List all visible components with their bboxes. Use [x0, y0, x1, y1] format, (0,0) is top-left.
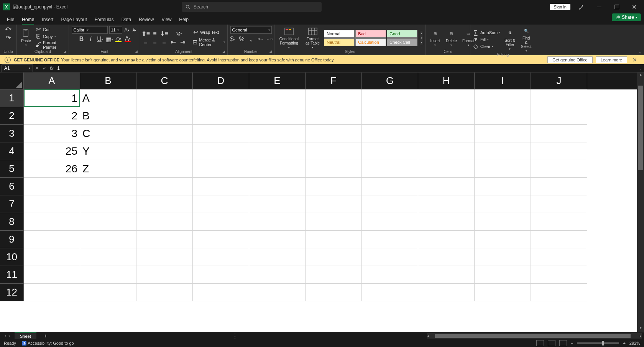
row-header-3[interactable]: 3: [0, 125, 24, 142]
tab-data[interactable]: Data: [122, 17, 131, 25]
cell-E10[interactable]: [249, 248, 306, 266]
cell-D3[interactable]: [193, 125, 249, 142]
cell-B8[interactable]: [80, 213, 136, 231]
cell-H6[interactable]: [418, 178, 475, 195]
number-launcher[interactable]: ◢: [269, 50, 273, 54]
cell-F4[interactable]: [306, 142, 362, 160]
row-header-2[interactable]: 2: [0, 107, 24, 125]
cell-I8[interactable]: [475, 213, 531, 231]
cell-A6[interactable]: [24, 178, 80, 195]
row-header-1[interactable]: 1: [0, 89, 24, 107]
cell-H10[interactable]: [418, 248, 475, 266]
cell-I9[interactable]: [475, 231, 531, 248]
styles-scroll[interactable]: ▴▾▾: [420, 31, 423, 45]
cell-B1[interactable]: A: [80, 89, 136, 107]
merge-button[interactable]: ⊟Merge & Center▾: [192, 38, 225, 47]
cell-G3[interactable]: [362, 125, 418, 142]
cancel-formula-icon[interactable]: ✕: [33, 65, 41, 71]
conditional-formatting-button[interactable]: Conditional Formatting▾: [277, 27, 301, 49]
cell-D4[interactable]: [193, 142, 249, 160]
column-header-C[interactable]: C: [136, 73, 193, 89]
underline-icon[interactable]: U▾: [97, 36, 103, 42]
column-header-D[interactable]: D: [193, 73, 249, 89]
view-normal-icon[interactable]: [536, 340, 544, 346]
cell-D1[interactable]: [193, 89, 249, 107]
cell-styles-gallery[interactable]: Normal Bad Good Neutral Calculation Chec…: [324, 30, 417, 46]
cell-F10[interactable]: [306, 248, 362, 266]
cell-C10[interactable]: [136, 248, 193, 266]
cell-H8[interactable]: [418, 213, 475, 231]
row-header-12[interactable]: 12: [0, 284, 24, 301]
row-header-4[interactable]: 4: [0, 142, 24, 160]
cell-H12[interactable]: [418, 284, 475, 301]
copy-button[interactable]: ⎘Copy▾: [35, 33, 66, 40]
cell-F6[interactable]: [306, 178, 362, 195]
cell-D12[interactable]: [193, 284, 249, 301]
formula-input[interactable]: 1: [55, 64, 637, 72]
fill-color-icon[interactable]: ◇▾: [115, 36, 122, 42]
row-header-11[interactable]: 11: [0, 266, 24, 284]
cell-I4[interactable]: [475, 142, 531, 160]
cell-J4[interactable]: [531, 142, 587, 160]
cell-D11[interactable]: [193, 266, 249, 284]
column-header-A[interactable]: A: [24, 73, 80, 89]
column-header-E[interactable]: E: [249, 73, 306, 89]
paste-button[interactable]: Paste▾: [19, 29, 33, 47]
cell-J10[interactable]: [531, 248, 587, 266]
cell-J8[interactable]: [531, 213, 587, 231]
cell-C2[interactable]: [136, 107, 193, 125]
cell-C11[interactable]: [136, 266, 193, 284]
cell-C6[interactable]: [136, 178, 193, 195]
column-header-I[interactable]: I: [475, 73, 531, 89]
name-box[interactable]: A1▾: [2, 64, 33, 72]
cell-F5[interactable]: [306, 160, 362, 178]
cell-F12[interactable]: [306, 284, 362, 301]
sort-filter-button[interactable]: ⇅Sort & Filter▾: [503, 28, 517, 51]
cell-G7[interactable]: [362, 195, 418, 213]
cell-J7[interactable]: [531, 195, 587, 213]
sheet-tab[interactable]: Sheet: [15, 332, 36, 339]
insert-cells-button[interactable]: ⊞Insert▾: [428, 29, 442, 47]
increase-font-icon[interactable]: A▴: [124, 27, 130, 33]
cell-I6[interactable]: [475, 178, 531, 195]
vscroll-thumb[interactable]: [638, 86, 643, 170]
percent-icon[interactable]: %: [239, 36, 245, 42]
style-good[interactable]: Good: [387, 30, 417, 38]
tab-file[interactable]: File: [7, 17, 14, 25]
tab-view[interactable]: View: [162, 17, 172, 25]
cell-G2[interactable]: [362, 107, 418, 125]
cell-J11[interactable]: [531, 266, 587, 284]
tab-help[interactable]: Help: [179, 17, 189, 25]
bold-icon[interactable]: B: [79, 36, 85, 42]
cell-I10[interactable]: [475, 248, 531, 266]
style-normal[interactable]: Normal: [324, 30, 355, 38]
italic-icon[interactable]: I: [88, 36, 94, 42]
cell-D7[interactable]: [193, 195, 249, 213]
cell-J9[interactable]: [531, 231, 587, 248]
cell-C12[interactable]: [136, 284, 193, 301]
cell-F11[interactable]: [306, 266, 362, 284]
zoom-level[interactable]: 292%: [629, 341, 640, 345]
fill-button[interactable]: ▾Fill▾: [473, 36, 501, 43]
fx-icon[interactable]: fx: [50, 66, 53, 71]
share-button[interactable]: Share ▾: [612, 13, 641, 21]
cell-E7[interactable]: [249, 195, 306, 213]
font-launcher[interactable]: ◢: [135, 50, 139, 54]
cell-D8[interactable]: [193, 213, 249, 231]
cell-E12[interactable]: [249, 284, 306, 301]
cell-B7[interactable]: [80, 195, 136, 213]
sign-in-button[interactable]: Sign in: [550, 4, 570, 10]
decrease-font-icon[interactable]: A▾: [131, 27, 138, 33]
zoom-in-button[interactable]: +: [623, 341, 625, 345]
accept-formula-icon[interactable]: ✓: [41, 65, 48, 71]
cell-A9[interactable]: [24, 231, 80, 248]
ink-icon[interactable]: [575, 1, 588, 13]
column-header-H[interactable]: H: [418, 73, 475, 89]
accounting-icon[interactable]: $▾: [230, 36, 236, 42]
cell-B4[interactable]: Y: [80, 142, 136, 160]
cell-G9[interactable]: [362, 231, 418, 248]
cell-C9[interactable]: [136, 231, 193, 248]
wrap-text-button[interactable]: ↩Wrap Text: [192, 29, 225, 35]
find-select-button[interactable]: 🔍Find & Select▾: [519, 26, 533, 53]
clear-button[interactable]: ◇Clear▾: [473, 43, 501, 50]
